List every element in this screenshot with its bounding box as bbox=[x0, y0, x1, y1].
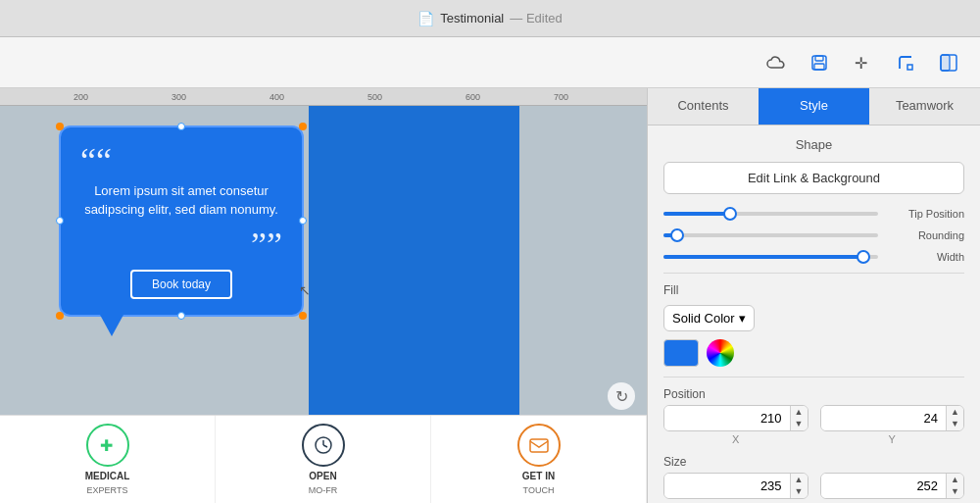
book-button[interactable]: Book today bbox=[130, 270, 232, 299]
position-y-group: ▲ ▼ Y bbox=[820, 405, 965, 445]
tab-contents[interactable]: Contents bbox=[648, 88, 759, 125]
toolbar: ✛ bbox=[0, 37, 980, 88]
panel-tabs: Contents Style Teamwork bbox=[648, 88, 980, 126]
position-x-up[interactable]: ▲ bbox=[791, 406, 808, 419]
canvas-content: ““ Lorem ipsum sit amet consetur sadipsc… bbox=[0, 106, 647, 503]
handle-right[interactable] bbox=[299, 217, 307, 225]
rounding-slider-row: Rounding bbox=[663, 229, 964, 241]
fill-select-row: Solid Color ▾ bbox=[663, 305, 964, 331]
edited-indicator: — Edited bbox=[510, 11, 562, 25]
position-y-input[interactable] bbox=[821, 406, 947, 430]
rounding-track[interactable] bbox=[663, 233, 878, 237]
position-y-down[interactable]: ▼ bbox=[947, 419, 963, 431]
fill-type-label: Solid Color bbox=[672, 311, 735, 326]
medical-experts-cell: ✚ MEDICAL EXPERTS bbox=[0, 416, 216, 503]
medical-label-sub: EXPERTS bbox=[87, 485, 128, 495]
ruler-mark-600: 600 bbox=[466, 92, 480, 102]
width-slider-row: Width bbox=[663, 251, 964, 263]
main-area: 200 300 400 500 600 700 bbox=[0, 88, 980, 503]
tip-position-slider-row: Tip Position bbox=[663, 208, 964, 220]
color-swatch[interactable] bbox=[663, 339, 699, 367]
ruler-mark-700: 700 bbox=[554, 92, 568, 102]
position-y-stepper: ▲ ▼ bbox=[946, 406, 963, 430]
handle-bottom[interactable] bbox=[177, 312, 185, 320]
fill-label: Fill bbox=[663, 283, 964, 297]
get-in-touch-label-main: GET IN bbox=[522, 471, 555, 481]
quote-close: ”” bbox=[80, 231, 282, 260]
ruler: 200 300 400 500 600 700 bbox=[0, 88, 647, 106]
refresh-icon[interactable]: ↻ bbox=[608, 382, 635, 410]
svg-rect-6 bbox=[941, 55, 950, 71]
size-height-input[interactable] bbox=[821, 474, 947, 498]
open-label-main: OPEN bbox=[309, 471, 336, 481]
cloud-icon[interactable] bbox=[760, 47, 792, 78]
medical-label-main: MEDICAL bbox=[85, 471, 130, 481]
ruler-mark-200: 200 bbox=[74, 92, 88, 102]
envelope-icon bbox=[517, 424, 561, 467]
size-height-input-wrap: ▲ ▼ bbox=[820, 473, 965, 499]
rounding-label: Rounding bbox=[886, 229, 964, 241]
document-title: Testimonial bbox=[440, 11, 504, 25]
get-in-touch-label-sub: TOUCH bbox=[523, 485, 555, 495]
gradient-picker[interactable] bbox=[707, 339, 734, 367]
size-width-stepper: ▲ ▼ bbox=[790, 474, 808, 498]
move-icon[interactable]: ✛ bbox=[847, 47, 878, 78]
right-panel: Contents Style Teamwork Shape Edit Link … bbox=[647, 88, 980, 503]
bottom-icons-row: ✚ MEDICAL EXPERTS OPEN MO-FR bbox=[0, 415, 647, 503]
handle-top[interactable] bbox=[177, 123, 185, 130]
panel-content: Shape Edit Link & Background Tip Positio… bbox=[648, 126, 980, 503]
svg-text:✚: ✚ bbox=[100, 437, 113, 454]
ruler-mark-400: 400 bbox=[270, 92, 284, 102]
handle-br[interactable] bbox=[299, 312, 307, 320]
position-section-label: Position bbox=[663, 387, 964, 401]
size-width-up[interactable]: ▲ bbox=[791, 474, 808, 486]
size-height-down[interactable]: ▼ bbox=[947, 486, 963, 499]
layout-icon[interactable] bbox=[933, 47, 964, 78]
svg-text:✛: ✛ bbox=[855, 55, 867, 72]
width-track[interactable] bbox=[663, 255, 878, 259]
canvas-wrapper: 200 300 400 500 600 700 bbox=[0, 88, 647, 503]
handle-tr[interactable] bbox=[299, 123, 307, 130]
divider-2 bbox=[663, 377, 964, 377]
size-height-up[interactable]: ▲ bbox=[947, 474, 963, 486]
handle-bl[interactable] bbox=[56, 312, 64, 320]
tip-position-track[interactable] bbox=[663, 212, 878, 216]
ruler-mark-500: 500 bbox=[368, 92, 382, 102]
fill-dropdown-icon: ▾ bbox=[739, 311, 746, 326]
position-x-down[interactable]: ▼ bbox=[791, 419, 808, 431]
size-width-input-wrap: ▲ ▼ bbox=[663, 473, 808, 499]
svg-rect-4 bbox=[907, 65, 912, 70]
position-x-stepper: ▲ ▼ bbox=[790, 406, 808, 430]
fill-color-row bbox=[663, 339, 964, 367]
title-bar-content: 📄 Testimonial — Edited bbox=[417, 11, 563, 26]
position-x-input-wrap: ▲ ▼ bbox=[663, 405, 808, 431]
size-width-down[interactable]: ▼ bbox=[791, 486, 808, 499]
svg-rect-11 bbox=[530, 439, 548, 452]
edit-link-button[interactable]: Edit Link & Background bbox=[663, 162, 964, 194]
tip-position-label: Tip Position bbox=[886, 208, 964, 220]
testimonial-bubble[interactable]: ““ Lorem ipsum sit amet consetur sadipsc… bbox=[59, 126, 304, 317]
canvas-area: 200 300 400 500 600 700 bbox=[0, 88, 647, 503]
ruler-mark-300: 300 bbox=[172, 92, 186, 102]
open-label-sub: MO-FR bbox=[309, 485, 338, 495]
clock-icon bbox=[302, 424, 345, 467]
fill-type-select[interactable]: Solid Color ▾ bbox=[663, 305, 755, 331]
handle-tl[interactable] bbox=[56, 123, 64, 130]
position-y-up[interactable]: ▲ bbox=[947, 406, 963, 419]
handle-left[interactable] bbox=[56, 217, 64, 225]
shape-section-title: Shape bbox=[663, 137, 964, 152]
size-row: ▲ ▼ Width ▲ ▼ Height bbox=[663, 473, 964, 503]
tab-style[interactable]: Style bbox=[759, 88, 869, 125]
position-x-group: ▲ ▼ X bbox=[663, 405, 808, 445]
svg-rect-2 bbox=[814, 64, 824, 70]
divider-1 bbox=[663, 273, 964, 274]
get-in-touch-cell: GET IN TOUCH bbox=[431, 416, 647, 503]
save-icon[interactable] bbox=[804, 47, 835, 78]
position-x-input[interactable] bbox=[664, 406, 790, 430]
corner-icon[interactable] bbox=[890, 47, 921, 78]
svg-line-10 bbox=[323, 445, 327, 447]
size-width-input[interactable] bbox=[664, 474, 790, 498]
open-mofr-cell: OPEN MO-FR bbox=[216, 416, 431, 503]
tab-teamwork[interactable]: Teamwork bbox=[869, 88, 980, 125]
position-row: ▲ ▼ X ▲ ▼ Y bbox=[663, 405, 964, 445]
